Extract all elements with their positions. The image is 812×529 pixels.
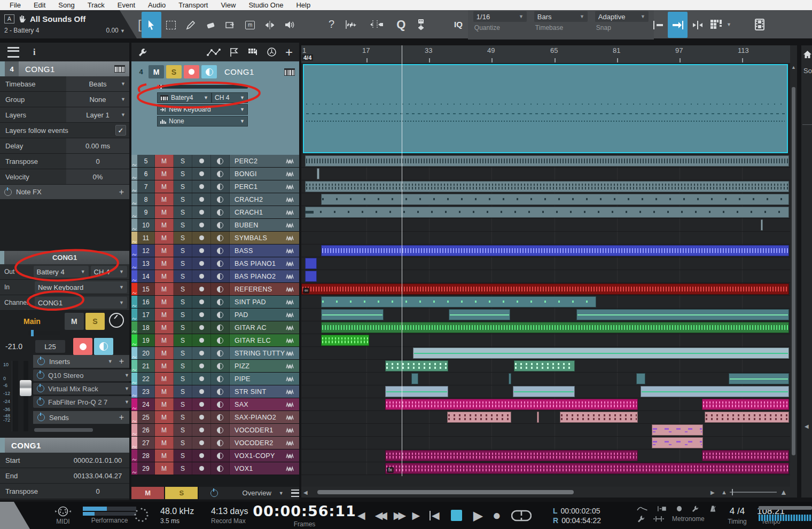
track-monitor-button[interactable] xyxy=(211,193,230,206)
lane-vox1[interactable]: fx xyxy=(301,462,790,475)
track-solo-button[interactable]: S xyxy=(174,244,192,257)
menu-item-audio[interactable]: Audio xyxy=(142,0,172,10)
track-solo-button[interactable]: S xyxy=(174,206,192,218)
track-record-button[interactable] xyxy=(192,373,211,385)
main-time-display[interactable]: 00:00:56:11 Frames xyxy=(262,502,347,529)
channel-volume-value[interactable]: -21.0 xyxy=(0,342,28,351)
metronome-record-icon[interactable] xyxy=(677,506,682,511)
track-record-button[interactable] xyxy=(192,385,211,398)
track-record-button[interactable] xyxy=(192,232,211,244)
help-icon[interactable]: ? xyxy=(329,18,334,30)
lane-pizz[interactable] xyxy=(301,360,790,373)
track-row-perc1[interactable]: 7MSPERC1 xyxy=(131,180,299,193)
track-monitor-button[interactable] xyxy=(211,424,230,436)
track-monitor-button[interactable] xyxy=(211,309,230,321)
insert-slot-1[interactable]: Q10 Stereo▼ xyxy=(33,369,133,381)
track-record-button[interactable] xyxy=(192,219,211,231)
in-select[interactable]: New Keyboard▼ xyxy=(35,281,127,293)
row-value[interactable]: 00133.04.04.27 xyxy=(66,468,129,483)
scroll-up-icon[interactable]: ▲ xyxy=(790,65,797,70)
global-mute-button[interactable]: M xyxy=(131,487,165,499)
lane-crach2[interactable] xyxy=(301,193,790,206)
grid-mode-dropdown[interactable]: ▼ xyxy=(727,22,731,27)
lane-cong1[interactable] xyxy=(301,63,790,155)
horizontal-scroll-thumb[interactable] xyxy=(317,490,574,494)
lane-vocoder2[interactable] xyxy=(301,437,790,449)
transport-wrench-icon[interactable] xyxy=(637,515,645,523)
track4-monitor-button[interactable] xyxy=(201,65,217,78)
track-solo-button[interactable]: S xyxy=(174,257,192,270)
right-side-panel[interactable]: So ◀ xyxy=(800,45,812,498)
track4-record-button[interactable] xyxy=(184,65,199,78)
previous-bar-button[interactable]: ◀ xyxy=(357,509,365,522)
punch-range-icon[interactable] xyxy=(653,516,665,522)
track-solo-button[interactable]: S xyxy=(174,283,192,295)
track-mute-button[interactable]: M xyxy=(155,347,174,359)
stop-button[interactable] xyxy=(451,510,462,521)
track-record-button[interactable] xyxy=(192,283,211,295)
midi-indicator[interactable]: MIDI xyxy=(49,502,77,529)
midi-clip[interactable] xyxy=(385,450,638,461)
global-solo-button[interactable]: S xyxy=(165,487,199,499)
track-row-symbals[interactable]: 11MSSYMBALS xyxy=(131,232,299,244)
midi-clip[interactable] xyxy=(729,373,789,384)
track-monitor-button[interactable] xyxy=(211,398,230,410)
scroll-right-icon[interactable]: ▶ xyxy=(710,489,715,495)
track-monitor-button[interactable] xyxy=(211,283,230,295)
insert-dropdown-icon[interactable]: ▼ xyxy=(124,399,129,405)
track-record-button[interactable] xyxy=(192,296,211,308)
timebase-select[interactable]: Bars▼ xyxy=(534,11,588,22)
overview-dropdown-icon[interactable]: ▼ xyxy=(279,491,284,496)
track-record-button[interactable] xyxy=(192,398,211,410)
home-icon[interactable] xyxy=(803,51,811,58)
fader-mini-handle[interactable] xyxy=(31,330,34,336)
midi-clip[interactable] xyxy=(413,348,789,359)
track-row-sax[interactable]: 24MSSAX xyxy=(131,398,299,411)
horizontal-scrollbar[interactable]: ◀ ▶ ▲ ▲ xyxy=(301,487,790,498)
next-bar-button[interactable]: ▶ xyxy=(412,509,420,522)
lane-gitar-ac[interactable] xyxy=(301,321,790,334)
inspector-menu-icon[interactable] xyxy=(7,47,19,58)
midi-clip[interactable]: fx xyxy=(385,463,789,474)
slip-tool-button[interactable] xyxy=(221,12,240,38)
automation-curve-icon[interactable] xyxy=(207,48,221,57)
record-button[interactable]: ● xyxy=(493,507,501,524)
midi-clip[interactable] xyxy=(385,399,638,410)
main-output-label[interactable]: Main xyxy=(0,317,41,326)
track-solo-button[interactable]: S xyxy=(174,424,192,436)
track4-automation-select[interactable]: None▼ xyxy=(157,116,248,127)
track-row-gitar-ac[interactable]: 18MSGITAR AC xyxy=(131,321,299,334)
track-record-button[interactable] xyxy=(192,180,211,193)
zoom-in-icon[interactable]: ▲ xyxy=(780,488,787,496)
track-row-vox1[interactable]: 29MSVOX1 xyxy=(131,462,299,475)
track-solo-button[interactable]: S xyxy=(174,296,192,308)
midi-clip[interactable] xyxy=(576,309,789,320)
track-monitor-button[interactable] xyxy=(211,244,230,257)
midi-clip[interactable] xyxy=(411,373,418,384)
marker-flag-icon[interactable] xyxy=(229,48,239,57)
menu-item-song[interactable]: Song xyxy=(52,0,81,10)
track-mute-button[interactable]: M xyxy=(155,270,174,282)
performance-monitor-box[interactable]: A All Sounds Off 2 - Battery 4 0.00 ▼ xyxy=(0,10,137,38)
track-row-pipe[interactable]: 22MSPIPE xyxy=(131,373,299,385)
track-row-str-sint[interactable]: 23MSSTR SINT xyxy=(131,385,299,398)
track-record-button[interactable] xyxy=(192,360,211,372)
track-mute-button[interactable]: M xyxy=(155,462,174,475)
tempo-clock-icon[interactable] xyxy=(267,47,277,57)
track4-mute-button[interactable]: M xyxy=(149,65,164,78)
track-solo-button[interactable]: S xyxy=(174,193,192,206)
lane-crach1[interactable] xyxy=(301,206,790,219)
lane-perc1[interactable] xyxy=(301,180,790,193)
midi-clip[interactable] xyxy=(321,245,789,256)
track-monitor-button[interactable] xyxy=(211,270,230,282)
volume-fader-track[interactable] xyxy=(24,361,28,431)
track-monitor-button[interactable] xyxy=(211,449,230,462)
track-mute-button[interactable]: M xyxy=(155,373,174,385)
track-mute-button[interactable]: M xyxy=(155,309,174,321)
auto-punch-icon[interactable]: A xyxy=(4,14,14,23)
track-row-crach2[interactable]: 8MSCRACH2 xyxy=(131,193,299,206)
channel-select[interactable]: CONG1▼ xyxy=(35,297,127,309)
sends-power-icon[interactable] xyxy=(37,414,45,421)
track-record-button[interactable] xyxy=(192,334,211,346)
track-record-button[interactable] xyxy=(192,411,211,423)
